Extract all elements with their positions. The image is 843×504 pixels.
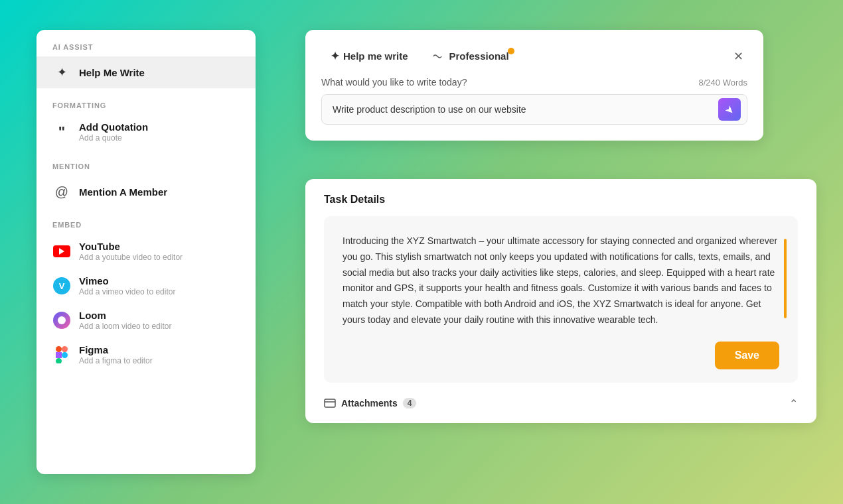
svg-rect-4 xyxy=(56,358,62,363)
tab-professional-label: Professional xyxy=(449,50,509,62)
menu-item-title: Figma xyxy=(79,344,153,355)
write-input-wrapper: ➤ xyxy=(321,94,747,125)
section-embed: EMBED xyxy=(37,208,256,234)
menu-item-title: Loom xyxy=(79,310,171,321)
menu-item-title: Add Quotation xyxy=(79,121,148,133)
at-icon: @ xyxy=(52,182,71,201)
help-me-write-panel: ✦ Help me write Professional ✕ What woul… xyxy=(305,30,763,141)
sidebar-item-mention-member[interactable]: @ Mention A Member xyxy=(37,176,256,208)
help-panel-tabs: ✦ Help me write Professional xyxy=(321,46,518,66)
svg-rect-5 xyxy=(325,399,335,407)
sparkle-icon: ✦ xyxy=(52,63,71,82)
section-ai-assist: AI ASSIST xyxy=(37,30,256,56)
attachment-icon xyxy=(324,397,336,409)
vimeo-icon: V xyxy=(52,277,71,295)
menu-item-title: Help Me Write xyxy=(79,67,145,78)
close-button[interactable]: ✕ xyxy=(729,47,747,66)
orange-scroll-bar xyxy=(784,239,787,318)
sidebar-item-help-me-write[interactable]: ✦ Help Me Write xyxy=(37,56,256,88)
menu-item-subtitle: Add a figma to editor xyxy=(79,356,153,365)
write-input[interactable] xyxy=(321,94,747,125)
svg-rect-2 xyxy=(62,352,68,358)
word-count-value: 8/240 Words xyxy=(699,78,747,88)
sidebar-item-vimeo[interactable]: V Vimeo Add a vimeo video to editor xyxy=(37,269,256,303)
sidebar-item-figma[interactable]: Figma Add a figma to editor xyxy=(37,338,256,372)
figma-icon xyxy=(52,346,71,364)
menu-item-subtitle: Add a vimeo video to editor xyxy=(79,287,175,296)
attachments-left: Attachments 4 xyxy=(324,397,416,409)
save-button[interactable]: Save xyxy=(715,342,779,369)
menu-item-title: Mention A Member xyxy=(79,186,167,198)
menu-item-subtitle: Add a loom video to editor xyxy=(79,322,171,331)
menu-item-subtitle: Add a youtube video to editor xyxy=(79,253,183,262)
task-title: Task Details xyxy=(324,194,798,206)
menu-item-title: Vimeo xyxy=(79,275,175,286)
word-count-label: What would you like to write today? xyxy=(321,77,467,88)
sidebar-item-loom[interactable]: Loom Add a loom video to editor xyxy=(37,303,256,338)
svg-rect-0 xyxy=(56,346,62,352)
generated-text: Introducing the XYZ Smartwatch – your ul… xyxy=(343,233,779,328)
section-formatting: FORMATTING xyxy=(37,88,256,115)
attachment-count: 4 xyxy=(403,398,417,409)
send-button[interactable]: ➤ xyxy=(718,98,741,121)
generated-content-panel: Introducing the XYZ Smartwatch – your ul… xyxy=(324,216,798,383)
loom-icon xyxy=(52,311,71,330)
svg-rect-3 xyxy=(56,352,62,358)
tab-professional[interactable]: Professional xyxy=(423,46,518,66)
notification-dot xyxy=(508,48,514,54)
menu-item-subtitle: Add a quote xyxy=(79,133,148,143)
quote-icon: " xyxy=(52,123,71,141)
tab-write-label: Help me write xyxy=(343,50,408,62)
chevron-up-icon: ⌃ xyxy=(789,398,798,409)
send-icon: ➤ xyxy=(722,102,737,117)
attachments-label: Attachments xyxy=(341,398,398,409)
menu-item-title: YouTube xyxy=(79,241,183,252)
attachments-bar: Attachments 4 ⌃ xyxy=(324,388,798,416)
attachments-chevron[interactable]: ⌃ xyxy=(789,397,798,410)
svg-rect-1 xyxy=(62,346,68,352)
section-mention: MENTION xyxy=(37,149,256,176)
word-count-row: What would you like to write today? 8/24… xyxy=(321,77,747,88)
sidebar-item-youtube[interactable]: YouTube Add a youtube video to editor xyxy=(37,234,256,269)
help-panel-header: ✦ Help me write Professional ✕ xyxy=(321,46,747,66)
tab-help-me-write[interactable]: ✦ Help me write xyxy=(321,46,418,66)
sidebar-item-add-quotation[interactable]: " Add Quotation Add a quote xyxy=(37,115,256,149)
youtube-icon xyxy=(52,242,71,261)
task-panel: Task Details Introducing the XYZ Smartwa… xyxy=(305,179,816,423)
left-panel: AI ASSIST ✦ Help Me Write FORMATTING " A… xyxy=(37,30,256,474)
